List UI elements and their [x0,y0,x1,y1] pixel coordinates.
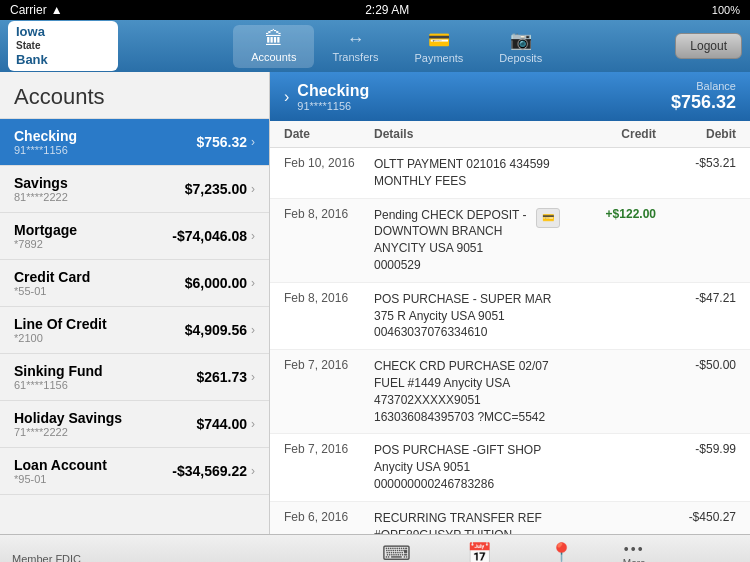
account-balance: $4,909.56 [185,322,247,338]
account-number: *2100 [14,332,107,344]
account-item-sinking-fund[interactable]: Sinking Fund 61****1156 $261.73 › [0,354,269,401]
status-left: Carrier ▲ [10,3,63,17]
account-balance: $6,000.00 [185,275,247,291]
detail-header-left: › Checking 91****1156 [284,82,369,112]
detail-account-number: 91****1156 [297,100,369,112]
account-info: Credit Card *55-01 [14,269,90,297]
tx-date: Feb 8, 2016 [284,207,374,221]
account-item-mortgage[interactable]: Mortgage *7892 -$74,046.08 › [0,213,269,260]
nav-tab-transfers[interactable]: ↔ Transfers [314,25,396,68]
account-number: 81****2222 [14,191,68,203]
battery-label: 100% [712,4,740,16]
bottom-tabs: ⌨ Calculator 📅 Calendar 📍 Locations ••• … [270,537,750,563]
nav-tab-accounts-label: Accounts [251,51,296,63]
table-row[interactable]: Feb 8, 2016 POS PURCHASE - SUPER MAR 375… [270,283,750,350]
nav-tab-payments-label: Payments [414,52,463,64]
chevron-right-icon: › [251,464,255,478]
carrier-label: Carrier [10,3,47,17]
locations-icon: 📍 [549,541,574,563]
account-right: -$34,569.22 › [172,463,255,479]
account-item-line-of-credit[interactable]: Line Of Credit *2100 $4,909.56 › [0,307,269,354]
sidebar-title: Accounts [0,72,269,119]
tx-details: OLTT PAYMENT 021016 434599 MONTHLY FEES [374,156,566,190]
header: Iowa State Bank 🏛 Accounts ↔ Transfers 💳… [0,20,750,72]
nav-tab-payments[interactable]: 💳 Payments [396,25,481,68]
tx-details: RECURRING TRANSFER REF #OPE89GHSYP TUITI… [374,510,566,534]
account-right: $261.73 › [196,369,255,385]
nav-tabs: 🏛 Accounts ↔ Transfers 💳 Payments 📷 Depo… [118,25,675,68]
transactions-list: Feb 10, 2016 OLTT PAYMENT 021016 434599 … [270,148,750,534]
account-right: $756.32 › [196,134,255,150]
account-info: Checking 91****1156 [14,128,77,156]
bank-logo: Iowa State Bank [8,21,118,70]
detail-account-name: Checking [297,82,369,100]
account-number: *55-01 [14,285,90,297]
sidebar: Accounts Checking 91****1156 $756.32 › S… [0,72,270,534]
chevron-right-icon: › [251,229,255,243]
logo-bank: Bank [16,52,110,68]
table-row[interactable]: Feb 7, 2016 CHECK CRD PURCHASE 02/07 FUE… [270,350,750,434]
nav-tab-transfers-label: Transfers [332,51,378,63]
nav-tab-accounts[interactable]: 🏛 Accounts [233,25,314,68]
tx-debit: -$450.27 [656,510,736,524]
tx-debit: -$53.21 [656,156,736,170]
account-item-credit-card[interactable]: Credit Card *55-01 $6,000.00 › [0,260,269,307]
chevron-right-icon: › [251,323,255,337]
chevron-right-icon: › [251,276,255,290]
bottom-tab-calendar[interactable]: 📅 Calendar [439,537,520,563]
account-right: $7,235.00 › [185,181,255,197]
account-item-savings[interactable]: Savings 81****2222 $7,235.00 › [0,166,269,213]
more-icon: ••• [624,541,645,557]
calculator-icon: ⌨ [382,541,411,563]
bottom-tab-locations[interactable]: 📍 Locations [520,537,603,563]
account-balance: $744.00 [196,416,247,432]
time-label: 2:29 AM [365,3,409,17]
status-right: 100% [712,4,740,16]
tx-details-text: POS PURCHASE -GIFT SHOP Anycity USA 9051… [374,442,560,492]
chevron-right-icon: › [251,370,255,384]
detail-header: › Checking 91****1156 Balance $756.32 [270,72,750,121]
accounts-icon: 🏛 [265,29,283,50]
account-name: Line Of Credit [14,316,107,332]
table-header: Date Details Credit Debit [270,121,750,148]
logout-button[interactable]: Logout [675,33,742,59]
account-name: Holiday Savings [14,410,122,426]
nav-tab-deposits-label: Deposits [499,52,542,64]
account-item-loan-account[interactable]: Loan Account *95-01 -$34,569.22 › [0,448,269,495]
table-row[interactable]: Feb 8, 2016 Pending CHECK DEPOSIT - DOWN… [270,199,750,283]
tx-date: Feb 6, 2016 [284,510,374,524]
chevron-right-icon: › [251,182,255,196]
tx-date: Feb 8, 2016 [284,291,374,305]
tx-date: Feb 10, 2016 [284,156,374,170]
account-item-checking[interactable]: Checking 91****1156 $756.32 › [0,119,269,166]
detail-panel: › Checking 91****1156 Balance $756.32 Da… [270,72,750,534]
tx-details-text: RECURRING TRANSFER REF #OPE89GHSYP TUITI… [374,510,560,534]
status-bar: Carrier ▲ 2:29 AM 100% [0,0,750,20]
account-info: Savings 81****2222 [14,175,68,203]
table-row[interactable]: Feb 7, 2016 POS PURCHASE -GIFT SHOP Anyc… [270,434,750,501]
account-name: Checking [14,128,77,144]
account-item-holiday-savings[interactable]: Holiday Savings 71****2222 $744.00 › [0,401,269,448]
account-balance: $756.32 [196,134,247,150]
nav-tab-deposits[interactable]: 📷 Deposits [481,25,560,68]
detail-balance-label: Balance [671,80,736,92]
tx-details-text: CHECK CRD PURCHASE 02/07 FUEL #1449 Anyc… [374,358,560,425]
transfers-icon: ↔ [346,29,364,50]
table-row[interactable]: Feb 6, 2016 RECURRING TRANSFER REF #OPE8… [270,502,750,534]
col-details: Details [374,127,566,141]
tx-details: CHECK CRD PURCHASE 02/07 FUEL #1449 Anyc… [374,358,566,425]
tx-date: Feb 7, 2016 [284,442,374,456]
bottom-tab-calculator[interactable]: ⌨ Calculator [354,537,439,563]
tx-details-text: Pending CHECK DEPOSIT - DOWNTOWN BRANCH … [374,207,530,274]
detail-balance-amount: $756.32 [671,92,736,113]
account-name: Loan Account [14,457,107,473]
tx-details: Pending CHECK DEPOSIT - DOWNTOWN BRANCH … [374,207,566,274]
account-name: Credit Card [14,269,90,285]
tx-details-text: OLTT PAYMENT 021016 434599 MONTHLY FEES [374,156,560,190]
tx-details: POS PURCHASE - SUPER MAR 375 R Anycity U… [374,291,566,341]
table-row[interactable]: Feb 10, 2016 OLTT PAYMENT 021016 434599 … [270,148,750,199]
account-balance: -$34,569.22 [172,463,247,479]
account-number: *95-01 [14,473,107,485]
bottom-tab-more[interactable]: ••• More [603,537,666,563]
col-date: Date [284,127,374,141]
